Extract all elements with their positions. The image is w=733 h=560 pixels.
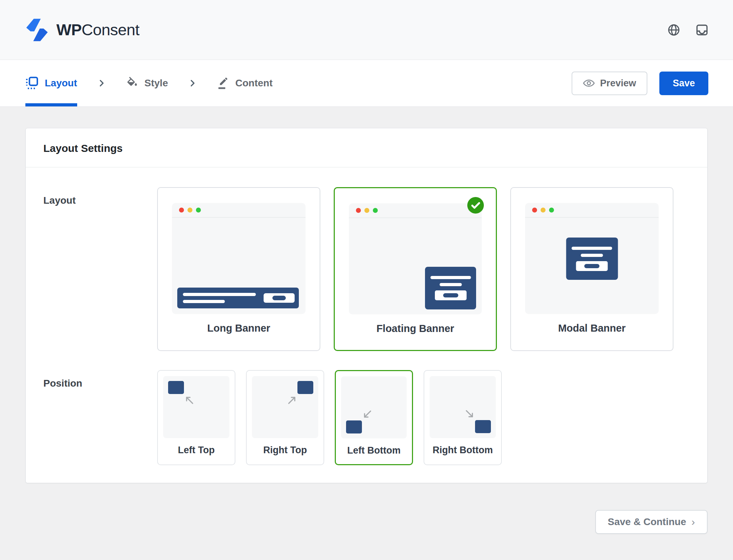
position-option-left-bottom[interactable]: Left Bottom bbox=[335, 370, 413, 465]
panel-header: Layout Settings bbox=[26, 128, 707, 167]
browser-titlebar bbox=[172, 203, 306, 218]
app-logo: WPConsent bbox=[25, 17, 140, 43]
position-preview bbox=[430, 376, 496, 438]
layout-option-label: Modal Banner bbox=[511, 322, 673, 334]
floating-banner-graphic bbox=[425, 267, 476, 309]
main-content: Layout Settings Layout bbox=[0, 128, 733, 534]
browser-titlebar bbox=[349, 203, 482, 218]
position-option-left-top[interactable]: Left Top bbox=[157, 370, 235, 465]
app-header: WPConsent bbox=[0, 0, 733, 60]
tab-layout[interactable]: Layout bbox=[25, 60, 77, 106]
save-continue-label: Save & Continue bbox=[608, 516, 686, 528]
tab-layout-label: Layout bbox=[45, 78, 77, 89]
position-option-label: Right Top bbox=[247, 445, 324, 456]
position-option-group: Left Top Right Top bbox=[157, 370, 502, 465]
diagonal-arrow-icon bbox=[184, 394, 195, 406]
diagonal-arrow-icon bbox=[287, 394, 298, 406]
browser-mockup bbox=[525, 203, 659, 314]
browser-titlebar bbox=[525, 203, 659, 218]
tab-content[interactable]: Content bbox=[217, 60, 273, 106]
banner-position-rect bbox=[168, 381, 184, 394]
banner-button-pill bbox=[443, 293, 458, 297]
banner-text-line bbox=[581, 254, 603, 257]
traffic-dot-yellow-icon bbox=[541, 208, 546, 213]
pencil-icon bbox=[217, 77, 229, 90]
step-tabs: Layout Style Content bbox=[25, 60, 272, 106]
banner-text-line bbox=[430, 276, 471, 279]
layout-option-label: Floating Banner bbox=[335, 323, 496, 334]
brand-name: WPConsent bbox=[56, 21, 140, 39]
layout-option-label: Long Banner bbox=[158, 322, 320, 334]
layout-row-label: Layout bbox=[43, 187, 157, 351]
brand-name-rest: Consent bbox=[82, 21, 140, 39]
wpconsent-logo-icon bbox=[25, 17, 49, 43]
traffic-dot-green-icon bbox=[373, 208, 378, 213]
banner-text-line bbox=[572, 247, 612, 250]
position-option-label: Left Bottom bbox=[336, 445, 412, 456]
position-option-right-top[interactable]: Right Top bbox=[246, 370, 324, 465]
banner-button-pill bbox=[272, 296, 286, 300]
save-button[interactable]: Save bbox=[659, 72, 708, 95]
layout-option-floating-banner[interactable]: Floating Banner bbox=[334, 187, 497, 351]
position-preview bbox=[341, 376, 407, 438]
layout-setting-row: Layout bbox=[43, 187, 690, 351]
diagonal-arrow-icon bbox=[362, 409, 373, 420]
position-preview bbox=[252, 376, 318, 438]
traffic-dot-red-icon bbox=[356, 208, 361, 213]
banner-position-rect bbox=[297, 381, 313, 394]
toolbar-actions: Preview Save bbox=[572, 72, 708, 95]
layout-option-long-banner[interactable]: Long Banner bbox=[157, 187, 320, 351]
traffic-dot-red-icon bbox=[179, 208, 184, 213]
chevron-right-icon bbox=[188, 79, 197, 88]
position-setting-row: Position Left Top bbox=[43, 370, 690, 465]
chevron-right-glyph: › bbox=[691, 516, 695, 528]
preview-button[interactable]: Preview bbox=[572, 72, 647, 95]
traffic-dot-yellow-icon bbox=[364, 208, 369, 213]
banner-text-line bbox=[183, 300, 225, 303]
chevron-right-icon bbox=[97, 79, 106, 88]
diagonal-arrow-icon bbox=[464, 408, 475, 420]
check-circle-icon bbox=[467, 197, 484, 214]
layout-settings-panel: Layout Settings Layout bbox=[25, 128, 708, 483]
long-banner-graphic bbox=[177, 288, 299, 308]
panel-body: Layout bbox=[26, 167, 707, 483]
header-icon-group bbox=[667, 24, 708, 36]
position-preview bbox=[163, 376, 229, 438]
position-option-label: Right Bottom bbox=[424, 445, 501, 456]
traffic-dot-green-icon bbox=[549, 208, 554, 213]
banner-button-pill bbox=[584, 264, 599, 268]
tab-style[interactable]: Style bbox=[126, 60, 168, 106]
banner-text-line bbox=[183, 293, 256, 296]
layout-frame-icon bbox=[25, 76, 39, 90]
banner-position-rect bbox=[346, 420, 362, 433]
banner-button-graphic bbox=[576, 261, 608, 271]
tab-content-label: Content bbox=[235, 78, 273, 89]
panel-title: Layout Settings bbox=[43, 142, 690, 154]
inbox-tray-icon[interactable] bbox=[696, 24, 708, 36]
save-continue-button[interactable]: Save & Continue › bbox=[595, 510, 708, 534]
browser-mockup bbox=[172, 203, 306, 314]
paint-bucket-icon bbox=[126, 77, 138, 90]
modal-banner-graphic bbox=[566, 238, 618, 280]
eye-icon bbox=[583, 77, 595, 89]
traffic-dot-red-icon bbox=[532, 208, 537, 213]
step-nav: Layout Style Content bbox=[0, 60, 733, 107]
position-option-right-bottom[interactable]: Right Bottom bbox=[424, 370, 502, 465]
banner-button-graphic bbox=[264, 293, 295, 303]
banner-text-line bbox=[439, 283, 462, 286]
layout-option-modal-banner[interactable]: Modal Banner bbox=[510, 187, 673, 351]
layout-option-group: Long Banner bbox=[157, 187, 673, 351]
browser-mockup bbox=[349, 203, 482, 314]
footer-actions: Save & Continue › bbox=[25, 510, 708, 534]
traffic-dot-yellow-icon bbox=[187, 208, 192, 213]
position-row-label: Position bbox=[43, 370, 157, 465]
brand-name-bold: WP bbox=[56, 21, 82, 39]
traffic-dot-green-icon bbox=[196, 208, 201, 213]
globe-icon[interactable] bbox=[667, 24, 680, 36]
banner-button-graphic bbox=[435, 290, 467, 300]
position-option-label: Left Top bbox=[158, 445, 235, 456]
tab-style-label: Style bbox=[144, 78, 168, 89]
preview-button-label: Preview bbox=[600, 78, 636, 89]
banner-position-rect bbox=[475, 420, 491, 433]
